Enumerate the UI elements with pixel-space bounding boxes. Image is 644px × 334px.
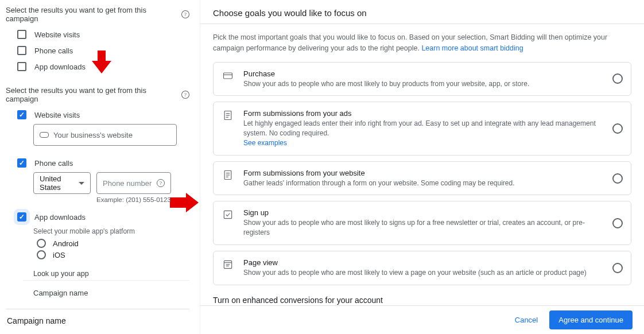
phone-input[interactable]: Phone number ?: [96, 172, 171, 194]
goal-signup[interactable]: Sign up Show your ads to people who are …: [213, 201, 631, 245]
lookup-app[interactable]: Look up your app: [33, 270, 189, 278]
goal-radio[interactable]: [612, 123, 623, 134]
goals-title: Choose goals you would like to focus on: [213, 8, 631, 18]
checkbox-app-downloads-a[interactable]: App downloads: [17, 60, 189, 73]
campaign-name-header-inline: Campaign name: [33, 289, 189, 297]
help-icon[interactable]: ?: [181, 10, 189, 18]
enhanced-title: Turn on enhanced conversions for your ac…: [213, 296, 631, 305]
form-icon: [222, 109, 234, 122]
form-icon: [222, 169, 234, 181]
credit-card-icon: [222, 69, 234, 82]
radio-android[interactable]: Android: [37, 239, 189, 248]
checkbox-website-visits-b[interactable]: Website visits: [17, 108, 189, 122]
goal-form-ads[interactable]: Form submissions from your ads Let highl…: [213, 102, 631, 155]
checkbox-phone-calls-a[interactable]: Phone calls: [17, 44, 189, 57]
svg-rect-12: [224, 211, 231, 219]
cancel-button[interactable]: Cancel: [511, 311, 541, 329]
check-icon: [222, 208, 234, 221]
see-examples-link[interactable]: See examples: [243, 139, 287, 147]
help-icon[interactable]: ?: [181, 91, 189, 99]
link-icon: [40, 132, 49, 138]
phone-example: Example: (201) 555-0123: [96, 196, 189, 203]
checkbox-app-downloads-b[interactable]: App downloads: [17, 210, 189, 224]
smart-bidding-link[interactable]: Learn more about smart bidding: [421, 44, 523, 52]
platform-label: Select your mobile app's platform: [33, 227, 189, 235]
results-label-2: Select the results you want to get from …: [6, 86, 189, 103]
results-label-1: Select the results you want to get from …: [6, 6, 189, 23]
radio-ios[interactable]: iOS: [37, 250, 189, 259]
goal-radio[interactable]: [612, 263, 623, 273]
goal-radio[interactable]: [612, 73, 623, 84]
help-icon[interactable]: ?: [157, 179, 165, 187]
checkbox-phone-calls-b[interactable]: Phone calls: [17, 156, 189, 170]
goal-radio[interactable]: [612, 173, 623, 184]
goal-form-website[interactable]: Form submissions from your website Gathe…: [213, 161, 631, 196]
goal-pageview[interactable]: Page view Show your ads to people who ar…: [213, 251, 631, 285]
goals-subtitle: Pick the most important goals that you w…: [213, 32, 631, 54]
agree-continue-button[interactable]: Agree and continue: [549, 310, 633, 329]
checkbox-website-visits-a[interactable]: Website visits: [17, 28, 189, 41]
country-select[interactable]: United States: [33, 172, 91, 194]
chevron-down-icon: [79, 182, 84, 185]
goal-purchase[interactable]: Purchase Show your ads to people who are…: [213, 62, 631, 96]
page-icon: [222, 258, 234, 271]
campaign-name-header: Campaign name: [7, 316, 189, 325]
website-input[interactable]: Your business's website: [33, 124, 177, 146]
svg-rect-2: [224, 73, 232, 79]
goal-radio[interactable]: [612, 218, 623, 228]
